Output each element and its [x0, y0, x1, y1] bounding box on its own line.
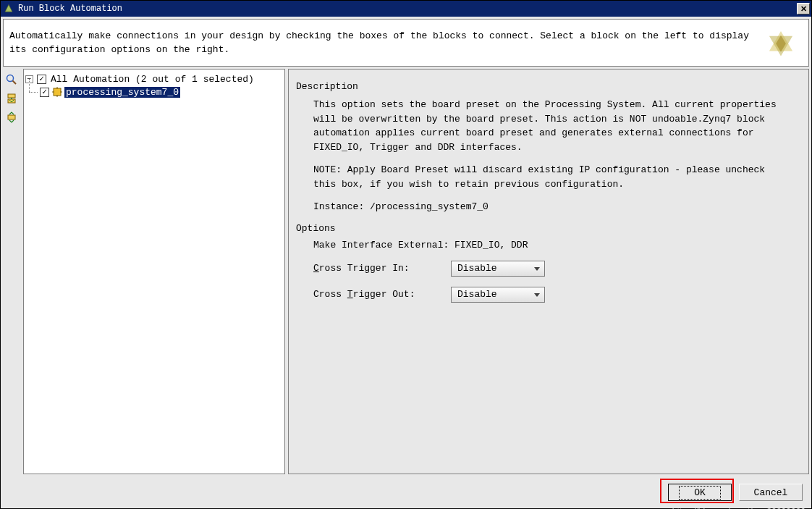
description-heading: Description [296, 81, 803, 92]
options-heading: Options [296, 223, 803, 234]
header-description: Automatically make connections in your d… [9, 29, 758, 57]
ok-button[interactable]: OK [668, 484, 732, 501]
cross-trigger-out-value: Disable [457, 289, 497, 300]
tree-root-label: All Automation (2 out of 1 selected) [49, 74, 255, 85]
svg-point-4 [7, 75, 14, 82]
root-checkbox[interactable] [37, 75, 46, 84]
svg-rect-10 [54, 88, 61, 96]
window-title: Run Block Automation [18, 4, 122, 14]
vivado-logo-icon [764, 25, 798, 60]
ok-button-label: OK [679, 486, 721, 500]
instance-label: Instance: /processing_system7_0 [313, 200, 791, 214]
svg-marker-0 [5, 4, 12, 12]
cross-trigger-in-value: Disable [457, 263, 497, 274]
tree-root-row[interactable]: − All Automation (2 out of 1 selected) [25, 72, 283, 85]
description-p1: This option sets the board preset on the… [313, 98, 791, 154]
cross-trigger-out-dropdown[interactable]: Disable [451, 287, 545, 303]
description-block: This option sets the board preset on the… [313, 98, 791, 214]
make-external-label: Make Interface External: FIXED_IO, DDR [313, 240, 528, 251]
tree-child-row[interactable]: processing_system7_0 [38, 85, 283, 98]
tree-panel: − All Automation (2 out of 1 selected) p… [23, 69, 285, 474]
collapse-all-icon[interactable] [5, 111, 18, 124]
cross-trigger-in-dropdown[interactable]: Disable [451, 261, 545, 277]
tool-strip [3, 69, 20, 474]
cancel-button-label: Cancel [754, 487, 788, 498]
title-bar: Run Block Automation ✕ [1, 1, 811, 17]
description-p2: NOTE: Apply Board Preset will discard ex… [313, 163, 791, 191]
dialog-header: Automatically make connections in your d… [3, 19, 809, 67]
detail-panel: Description This option sets the board p… [288, 69, 809, 474]
svg-rect-6 [8, 94, 15, 98]
child-checkbox[interactable] [40, 88, 49, 97]
search-icon[interactable] [5, 73, 18, 86]
svg-rect-9 [8, 115, 15, 119]
dialog-footer: OK Cancel https://blog.csdn.net/qq_39229… [1, 476, 811, 508]
app-icon [4, 4, 14, 14]
svg-line-5 [13, 81, 17, 85]
tree-child-label: processing_system7_0 [64, 87, 180, 98]
dialog-body: − All Automation (2 out of 1 selected) p… [3, 69, 809, 474]
cancel-button[interactable]: Cancel [739, 484, 803, 501]
dialog-window: Run Block Automation ✕ Automatically mak… [0, 0, 812, 509]
ip-block-icon [52, 87, 62, 97]
cross-trigger-out-label: Cross Trigger Out: [313, 289, 451, 300]
close-button[interactable]: ✕ [797, 3, 810, 14]
cross-trigger-in-label: Cross Trigger In: [313, 263, 451, 274]
expand-all-icon[interactable] [5, 92, 18, 105]
